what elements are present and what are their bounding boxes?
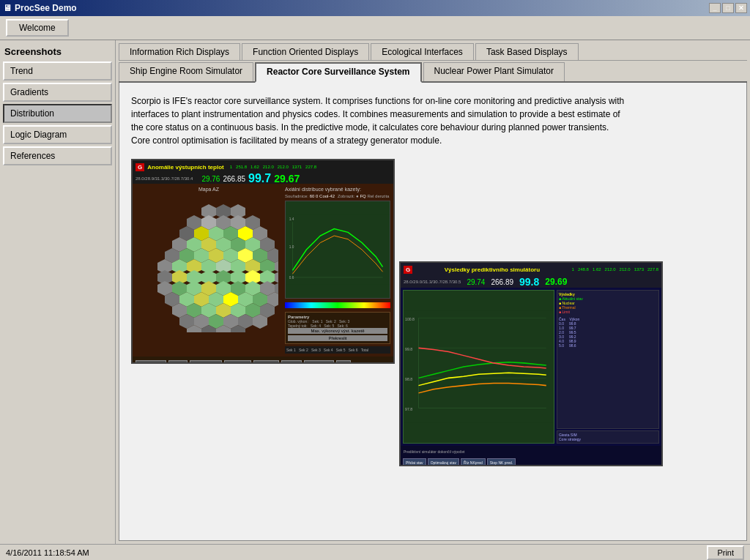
sim1-btn-anomalie[interactable]: Anomálie <box>253 360 279 362</box>
sim2-topbar: G Výsledky prediktivního simulátoru 1 24… <box>401 263 661 276</box>
sim2-chart: 100.8 99.8 98.8 97.8 <box>403 290 554 444</box>
sim1-logo: G <box>135 163 144 171</box>
sim1-val1: 29.76 <box>201 175 220 183</box>
svg-text:1.4: 1.4 <box>289 217 294 221</box>
sim2-right-val: 29.69 <box>545 277 567 287</box>
sim2-val1: 29.74 <box>467 278 485 286</box>
sim2-title: Výsledky prediktivního simulátoru <box>415 266 568 273</box>
welcome-button[interactable]: Welcome <box>6 19 69 37</box>
sim2-val2: 266.89 <box>491 278 513 286</box>
sim1-chart-title: Axiální distribuce vybrané kazety: <box>285 187 390 192</box>
svg-text:98.8: 98.8 <box>405 377 412 381</box>
sim1-chart-svg: 1.4 1.0 0.6 <box>286 201 390 298</box>
sim1-param-button[interactable]: Překreslit <box>288 335 387 341</box>
panel-description: Scorpio is IFE's reactor core surveillan… <box>131 94 629 147</box>
tab-information-rich[interactable]: Information Rich Displays <box>119 43 240 60</box>
sidebar-item-references[interactable]: References <box>3 146 112 165</box>
sidebar-item-logic-diagram[interactable]: Logic Diagram <box>3 125 112 144</box>
sim2-subvals: 28.0/29.0/31.3/30.7/28.7/30.5 <box>404 280 461 284</box>
main-panel: Information Rich Displays Function Orien… <box>116 40 750 544</box>
content-panel: Scorpio is IFE's reactor core surveillan… <box>119 83 747 541</box>
print-button[interactable]: Print <box>707 545 744 560</box>
sim1-main-val: 99.7 <box>248 172 271 185</box>
tab-task-based[interactable]: Task Based Displays <box>475 43 579 60</box>
sim1-bottombar: Přidat prvek Limity Vlastní škála SCORPI… <box>133 356 393 362</box>
sim1-subvals: 28.0/28.9/31.3/30.7/28.7/30.4 <box>135 176 193 181</box>
sim2-content: 100.8 99.8 98.8 97.8 <box>401 288 661 446</box>
welcome-bar: Welcome <box>0 16 750 40</box>
sim2-btn-pridat[interactable]: Přidat stav <box>403 458 426 465</box>
status-bar: 4/16/2011 11:18:54 AM Print <box>0 544 750 560</box>
sidebar-title: Screenshots <box>3 43 112 61</box>
svg-text:100.8: 100.8 <box>405 317 415 321</box>
sidebar-item-gradients[interactable]: Gradients <box>3 83 112 102</box>
sim2-core-strategy: Core strategy <box>559 437 657 441</box>
tab-row-2: Ship Engine Room Simulator Reactor Core … <box>119 62 747 83</box>
hex-svg <box>139 193 278 332</box>
svg-text:1.0: 1.0 <box>289 245 294 249</box>
sim1-right-val: 29.67 <box>274 173 300 184</box>
app-container: Welcome Screenshots Trend Gradients Dist… <box>0 16 750 560</box>
sim2-btn-opt-stav[interactable]: Optimalizuj stav <box>428 458 459 465</box>
sim2-btn-stop[interactable]: Stop NK pred. <box>487 458 516 465</box>
sim1-btn-scorpio[interactable]: SCORPIO <box>224 360 252 362</box>
svg-rect-1 <box>286 215 390 285</box>
sim1-params-box: Parametry Glob. výkon: Sek: 1 Sek: 2 Sek… <box>285 312 390 344</box>
sim1-btn-pridat[interactable]: Přidat prvek <box>135 360 166 362</box>
sim2-logo: G <box>404 266 412 274</box>
sim2-status-vals: 1 248.8 1.62 212.0 212.0 1373 227.8 <box>572 267 658 272</box>
sim2-btn-riz-nk[interactable]: Říz NKpred <box>461 458 486 465</box>
minimize-button[interactable]: _ <box>709 3 721 13</box>
sim1-map-label: Mapa AZ <box>198 187 219 192</box>
sim1-inner: G Anomálie výstupních teplot 1 251.8 1.6… <box>133 160 393 362</box>
title-bar-left: 🖥 ProcSee Demo <box>3 3 77 13</box>
sim2-status-text: Prediktivní simulátor dokončil výpočet <box>404 449 464 454</box>
tab-row-1: Information Rich Displays Function Orien… <box>119 43 747 61</box>
subtab-nuclear-power[interactable]: Nuclear Power Plant Simulator <box>423 62 565 81</box>
sim1-params-vals: Glob. výkon: Sek: 1 Sek: 2 Sek: 3 Tepeln… <box>288 319 387 328</box>
sim2-table-row4: ■ Limit <box>559 310 657 314</box>
sim2-second-row: 28.0/29.0/31.3/30.7/28.7/30.5 29.74 266.… <box>401 276 661 288</box>
content-area: Screenshots Trend Gradients Distribution… <box>0 40 750 544</box>
simulator-screen-2[interactable]: G Výsledky prediktivního simulátoru 1 24… <box>399 261 663 466</box>
sim2-table: Výsledky ■ Aktuální stav ■ Nuclear ■ The… <box>557 290 659 429</box>
title-bar: 🖥 ProcSee Demo _ □ ✕ <box>0 0 750 16</box>
sim1-status-vals: 1 251.8 1.62 212.0 212.0 1371 227.8 <box>230 165 316 169</box>
tab-ecological[interactable]: Ecological Interfaces <box>371 43 474 60</box>
sim2-table-vals: Čas Výkon 0.0 99.8 1.0 99.7 2.0 99.5 3.0… <box>559 317 657 348</box>
sim1-right-panel: Axiální distribuce vybrané kazety: Souřa… <box>285 187 390 354</box>
svg-text:97.8: 97.8 <box>405 407 412 411</box>
sim1-btn-riz[interactable]: Říz. výkonu <box>304 360 334 362</box>
sim1-btn-scala[interactable]: Vlastní škála <box>190 360 222 362</box>
sim1-selected-param: Max. výkonový výst. kazetě <box>288 328 387 334</box>
subtab-reactor-core[interactable]: Reactor Core Surveillance System <box>255 62 421 83</box>
title-bar-controls[interactable]: _ □ ✕ <box>709 3 747 13</box>
sidebar-item-trend[interactable]: Trend <box>3 61 112 81</box>
maximize-button[interactable]: □ <box>722 3 734 13</box>
sim1-btn-limity[interactable]: Limity <box>168 360 188 362</box>
sidebar: Screenshots Trend Gradients Distribution… <box>0 40 116 544</box>
sim1-btn-fig[interactable]: FIG <box>336 360 351 362</box>
timestamp: 4/16/2011 11:18:54 AM <box>6 548 89 557</box>
simulator-screen-1[interactable]: G Anomálie výstupních teplot 1 251.8 1.6… <box>131 159 395 364</box>
tab-function-oriented[interactable]: Function Oriented Displays <box>242 43 369 60</box>
sim1-hex-grid <box>139 193 278 332</box>
sim1-chart-area: 1.4 1.0 0.6 <box>285 201 390 299</box>
svg-text:99.8: 99.8 <box>405 347 412 351</box>
sim2-right-panel: Výsledky ■ Aktuální stav ■ Nuclear ■ The… <box>557 290 659 444</box>
svg-text:0.6: 0.6 <box>289 276 294 280</box>
sidebar-item-distribution[interactable]: Distribution <box>3 104 112 123</box>
sim1-second-row: 28.0/28.9/31.3/30.7/28.7/30.4 29.76 266.… <box>133 173 393 184</box>
sim2-chart-svg: 100.8 99.8 98.8 97.8 <box>404 291 554 443</box>
sim1-content: Mapa AZ <box>133 184 393 356</box>
sim1-data-rows: Sek 1 Sek 2 Sek 3 Sek 4 Sek 5 Sek 6 Tota… <box>285 346 390 354</box>
sim1-left-panel: Mapa AZ <box>135 187 282 354</box>
sim1-btn-tapety[interactable]: Tapety <box>281 360 302 362</box>
close-button[interactable]: ✕ <box>735 3 747 13</box>
sim2-info-bar: Prediktivní simulátor dokončil výpočet <box>401 446 661 458</box>
subtab-ship-engine[interactable]: Ship Engine Room Simulator <box>119 62 253 81</box>
sim2-inner: G Výsledky prediktivního simulátoru 1 24… <box>401 263 661 465</box>
sim1-chart-options: Souřadnice: 60 0 Cool-42 Zobrazit: ● FQ … <box>285 194 390 198</box>
sim2-strategy-box: Giesta SIM Core strategy <box>557 430 659 444</box>
sim2-btn-row1: Přidat stav Optimalizuj stav Říz NKpred … <box>401 458 661 465</box>
